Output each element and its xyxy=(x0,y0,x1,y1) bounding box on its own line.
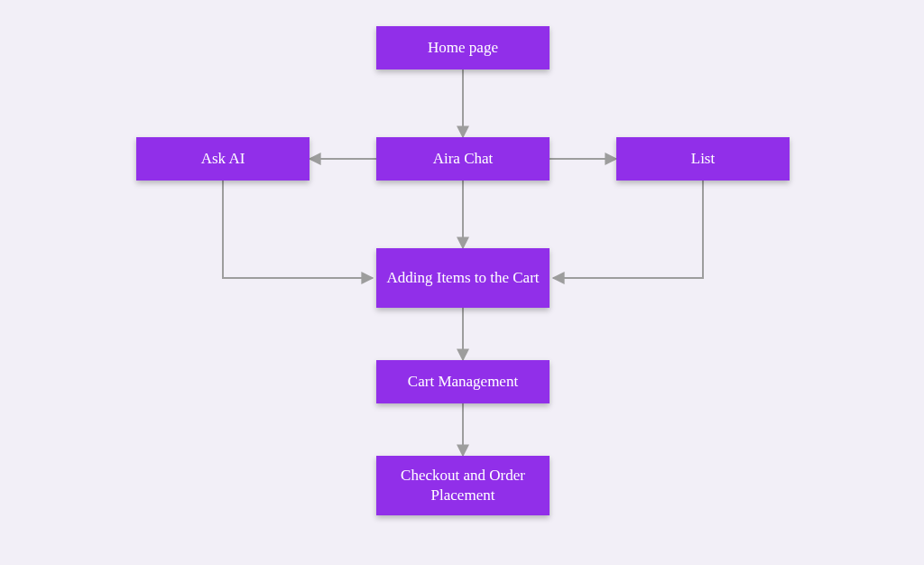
node-home: Home page xyxy=(376,26,550,69)
node-label: Adding Items to the Cart xyxy=(386,268,539,288)
node-addcart: Adding Items to the Cart xyxy=(376,248,550,308)
node-cartmgmt: Cart Management xyxy=(376,360,550,403)
node-checkout: Checkout and Order Placement xyxy=(376,456,550,515)
node-label: Home page xyxy=(428,38,498,58)
node-label: Ask AI xyxy=(201,149,245,169)
edge-list-addcart xyxy=(553,181,703,278)
node-list: List xyxy=(616,137,790,181)
node-askai: Ask AI xyxy=(136,137,310,181)
node-label: Checkout and Order Placement xyxy=(383,466,542,505)
node-label: List xyxy=(691,149,715,169)
edge-askai-addcart xyxy=(223,181,373,278)
node-label: Cart Management xyxy=(408,372,518,392)
node-label: Aira Chat xyxy=(433,149,494,169)
node-airachat: Aira Chat xyxy=(376,137,550,181)
